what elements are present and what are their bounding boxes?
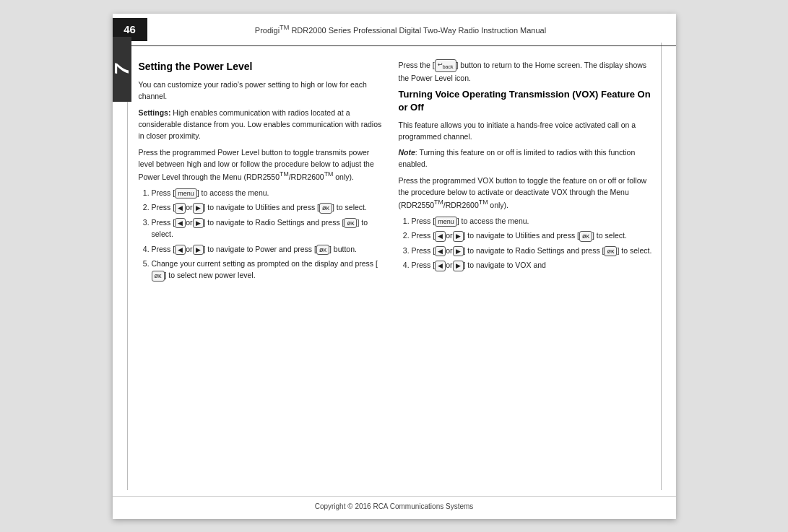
left-arrow-icon-1: ◀ bbox=[175, 203, 186, 214]
left-section-title: Setting the Power Level bbox=[139, 59, 384, 75]
page-header: 46 ProdigiTM RDR2000 Series Professional… bbox=[113, 14, 676, 46]
menu-icon-r1: menu bbox=[435, 217, 457, 227]
right-step-1: Press [menu] to access the menu. bbox=[412, 215, 654, 227]
left-arrow-icon-3: ◀ bbox=[175, 245, 186, 256]
back-button-icon: ↩back bbox=[435, 59, 456, 72]
left-arrow-icon-2: ◀ bbox=[175, 218, 186, 229]
vox-section-title: Turning Voice Operating Transmission (VO… bbox=[399, 88, 654, 114]
chapter-tab: 7 bbox=[113, 37, 131, 102]
left-column: Setting the Power Level You can customiz… bbox=[139, 59, 384, 481]
ok-icon-3: øĸ bbox=[316, 245, 329, 256]
page-title: ProdigiTM RDR2000 Series Professional Di… bbox=[147, 24, 654, 35]
left-margin-line bbox=[127, 43, 128, 490]
right-arrow-icon-r2: ▶ bbox=[453, 246, 464, 257]
right-column: Press the [↩back] button to return to th… bbox=[399, 59, 654, 481]
page-wrapper: 46 ProdigiTM RDR2000 Series Professional… bbox=[113, 14, 676, 519]
left-step-5: Change your current setting as prompted … bbox=[152, 258, 384, 282]
vox-intro: This feature allows you to initiate a ha… bbox=[399, 119, 654, 143]
right-arrow-icon-2: ▶ bbox=[193, 218, 204, 229]
right-steps-list: Press [menu] to access the menu. Press [… bbox=[412, 215, 654, 271]
left-arrow-icon-r1: ◀ bbox=[435, 231, 446, 242]
right-step-3: Press [◀or▶] to navigate to Radio Settin… bbox=[412, 245, 654, 257]
menu-icon: menu bbox=[175, 188, 197, 199]
note-text: : Turning this feature on or off is limi… bbox=[399, 148, 636, 168]
left-arrow-icon-r3: ◀ bbox=[435, 261, 446, 271]
ok-icon-r2: øĸ bbox=[604, 246, 617, 257]
left-settings: Settings: High enables communication wit… bbox=[139, 107, 384, 142]
right-arrow-icon-r3: ▶ bbox=[453, 261, 464, 271]
right-step-4: Press [◀or▶] to navigate to VOX and bbox=[412, 259, 654, 271]
page-footer: Copyright © 2016 RCA Communications Syst… bbox=[113, 496, 676, 510]
left-steps-list: Press [menu] to access the menu. Press [… bbox=[152, 187, 384, 282]
left-step-3: Press [◀or▶] to navigate to Radio Settin… bbox=[152, 217, 384, 240]
left-procedure-intro: Press the programmed Power Level button … bbox=[139, 147, 384, 183]
left-step-4: Press [◀or▶] to navigate to Power and pr… bbox=[152, 243, 384, 256]
ok-icon-r1: øĸ bbox=[579, 231, 592, 242]
vox-note: Note: Turning this feature on or off is … bbox=[399, 147, 654, 170]
right-arrow-icon-3: ▶ bbox=[193, 245, 204, 256]
note-label: Note bbox=[399, 148, 415, 157]
footer-text: Copyright © 2016 RCA Communications Syst… bbox=[315, 502, 474, 510]
settings-label: Settings: bbox=[139, 108, 171, 117]
left-step-2: Press [◀or▶] to navigate to Utilities an… bbox=[152, 201, 384, 214]
ok-icon-2: øĸ bbox=[344, 218, 357, 229]
right-arrow-icon-1: ▶ bbox=[193, 203, 204, 214]
page-content: Setting the Power Level You can customiz… bbox=[113, 46, 676, 488]
ok-icon-1: øĸ bbox=[319, 203, 332, 214]
vox-procedure-intro: Press the programmed VOX button to toggl… bbox=[399, 175, 654, 211]
right-back-text: Press the [↩back] button to return to th… bbox=[399, 59, 654, 84]
left-step-1: Press [menu] to access the menu. bbox=[152, 187, 384, 199]
settings-text: High enables communication with radios l… bbox=[139, 108, 382, 141]
right-margin-line bbox=[661, 43, 662, 490]
left-arrow-icon-r2: ◀ bbox=[435, 246, 446, 257]
ok-icon-4: øĸ bbox=[152, 271, 165, 282]
right-step-2: Press [◀or▶] to navigate to Utilities an… bbox=[412, 230, 654, 242]
left-intro: You can customize your radio’s power set… bbox=[139, 79, 384, 103]
right-arrow-icon-r1: ▶ bbox=[453, 231, 464, 242]
